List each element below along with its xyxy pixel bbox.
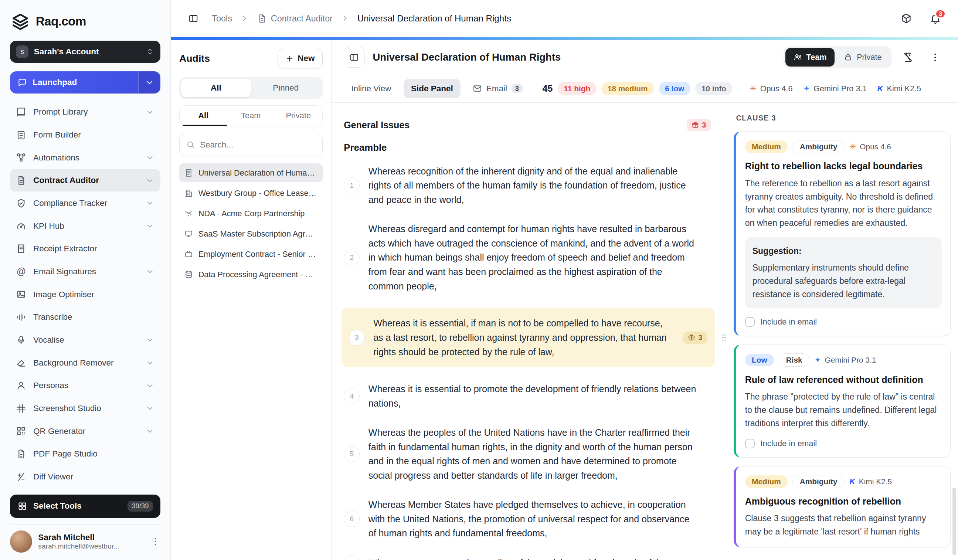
sidebar-item-label: Diff Viewer [33,472,154,482]
sidebar-item-personas[interactable]: Personas [10,374,160,397]
sidebar-item-kpi-hub[interactable]: KPI Hub [10,215,160,237]
high-severity-filter[interactable]: 11 high [558,82,596,95]
finding-heading: Right to rebellion lacks legal boundarie… [745,160,942,172]
tab-email[interactable]: Email 3 [465,79,530,98]
finding-card[interactable]: Low Risk ✦ Gemini Pro 3.1 Rule of law re… [734,344,951,458]
sidebar-item-image-optimiser[interactable]: Image Optimiser [10,284,160,306]
finding-card[interactable]: Medium Ambiguity ✳ Opus 4.6 Right to reb… [734,131,951,336]
sidebar-item-contract-auditor[interactable]: Contract Auditor [10,169,160,192]
document-header: Universal Declaration of Human Rights Te… [331,40,958,74]
tab-inline-view[interactable]: Inline View [344,79,398,98]
audit-list-item[interactable]: Westbury Group - Office Lease R... [179,184,322,203]
audit-list-item[interactable]: NDA - Acme Corp Partnership [179,204,322,223]
sidebar-item-form-builder[interactable]: Form Builder [10,124,160,146]
more-options-button[interactable] [925,47,946,68]
launchpad-button[interactable]: Launchpad [10,71,160,94]
layers-logo-icon [11,12,30,31]
clause-findings-badge[interactable]: 3 [683,332,707,344]
audit-list-item[interactable]: Universal Declaration of Human R... [179,163,322,182]
scroll-icon [184,168,193,178]
sidebar-item-email-signatures[interactable]: @ Email Signatures [10,260,160,283]
app-window: Raq.com s Sarah's Account Launchpad Prom… [0,0,958,560]
viewport: Raq.com s Sarah's Account Launchpad Prom… [0,0,958,560]
kebab-menu-icon[interactable] [151,537,160,547]
form-icon [16,130,26,140]
sidebar-item-pdf-page-studio[interactable]: PDF Page Studio [10,443,160,465]
sidebar-toggle-button[interactable] [183,8,204,29]
include-in-email-checkbox[interactable] [745,439,755,449]
view-strip: Inline View Side Panel Email 3 45 11 hig… [331,75,958,103]
filter-all-button[interactable]: All [181,79,251,97]
model-chips: ✳ Opus 4.6 ✦ Gemini Pro 3.1 K Kimi K2.5 [750,84,946,94]
severity-badge: Low [745,354,774,366]
sidebar-item-compliance-tracker[interactable]: Compliance Tracker [10,192,160,214]
model-chip-gemini[interactable]: ✦ Gemini Pro 3.1 [803,84,867,94]
visibility-team-button[interactable]: Team [785,48,834,67]
suggestion-text: Supplementary instruments should define … [752,263,909,299]
audit-list-item[interactable]: Data Processing Agreement - GD... [179,265,322,284]
section-findings-badge[interactable]: 3 [687,119,711,131]
chevron-down-icon [146,199,154,207]
team-label: Team [806,52,827,62]
brand-logo[interactable]: Raq.com [11,12,159,31]
scrollbar-thumb[interactable] [952,487,956,555]
select-tools-button[interactable]: Select Tools 39/39 [10,495,160,518]
new-audit-button[interactable]: New [278,49,323,68]
clause-panel: CLAUSE 3 Medium Ambiguity ✳ Opus 4.6 Rig [726,103,958,560]
brand-name: Raq.com [36,14,86,29]
chevron-down-icon [146,404,154,412]
collapse-panel-button[interactable] [344,47,365,68]
breadcrumb-tools[interactable]: Tools [212,14,232,24]
medium-severity-filter[interactable]: 18 medium [601,82,654,95]
sidebar-item-label: Email Signatures [33,267,139,276]
highlighted-clause[interactable]: 3 Whereas it is essential, if man is not… [341,308,715,367]
scope-tab-all[interactable]: All [179,106,227,126]
anthropic-icon: ✳ [849,142,856,152]
user-card[interactable]: Sarah Mitchell sarah.mitchell@westbur... [10,524,160,553]
scope-tab-team[interactable]: Team [227,106,274,126]
chevron-down-icon [146,427,154,435]
search-input[interactable] [200,140,316,150]
chevron-down-icon [146,153,154,162]
info-severity-filter[interactable]: 10 info [695,82,732,95]
findings-icon [692,121,699,128]
sidebar-item-automations[interactable]: Automations [10,147,160,169]
breadcrumb-contract-auditor[interactable]: Contract Auditor [257,14,333,24]
launchpad-main[interactable]: Launchpad [10,71,138,94]
sidebar-item-vocalise[interactable]: Vocalise [10,329,160,351]
sidebar-item-diff-viewer[interactable]: Diff Viewer [10,466,160,488]
launchpad-caret[interactable] [138,71,160,94]
sidebar-item-receipt-extractor[interactable]: Receipt Extractor [10,238,160,260]
sidebar-item-screenshot-studio[interactable]: Screenshot Studio [10,397,160,420]
accent-progress-bar [171,37,958,40]
sidebar-item-background-remover[interactable]: Background Remover [10,352,160,374]
sidebar-menu: Prompt Library Form Builder Automations … [10,101,160,489]
mail-icon [473,84,482,93]
account-switcher[interactable]: s Sarah's Account [10,41,160,63]
chevron-right-icon [341,14,349,22]
model-name: Gemini Pro 3.1 [814,84,867,94]
at-icon: @ [16,266,26,277]
document-body: General Issues 3 Preamble 1 Whereas reco… [331,103,726,560]
tab-side-panel[interactable]: Side Panel [404,79,460,98]
audit-list-item[interactable]: SaaS Master Subscription Agree... [179,224,322,244]
finding-card[interactable]: Medium Ambiguity K Kimi K2.5 Ambiguous r… [734,466,951,547]
filter-pinned-button[interactable]: Pinned [251,79,321,97]
audit-list-item[interactable]: Employment Contract - Senior De... [179,245,322,264]
integrations-button[interactable] [896,8,917,29]
low-severity-filter[interactable]: 6 low [659,82,690,95]
sidebar-item-qr-generator[interactable]: QR Generator [10,420,160,443]
notifications-button[interactable]: 3 [925,8,946,29]
paragraph: 6 Whereas Member States have pledged the… [344,498,711,540]
scope-tab-private[interactable]: Private [274,106,322,126]
drag-handle[interactable] [720,332,726,343]
include-in-email-checkbox[interactable] [745,317,755,327]
paragraph-number: 5 [344,446,360,462]
model-chip-opus[interactable]: ✳ Opus 4.6 [750,84,793,94]
visibility-private-button[interactable]: Private [836,48,890,67]
sidebar-item-prompt-library[interactable]: Prompt Library [10,101,160,123]
disable-timer-button[interactable] [898,47,919,68]
sidebar-item-transcribe[interactable]: Transcribe [10,306,160,328]
model-chip-kimi[interactable]: K Kimi K2.5 [877,84,921,94]
sidebar-item-label: QR Generator [33,427,139,436]
